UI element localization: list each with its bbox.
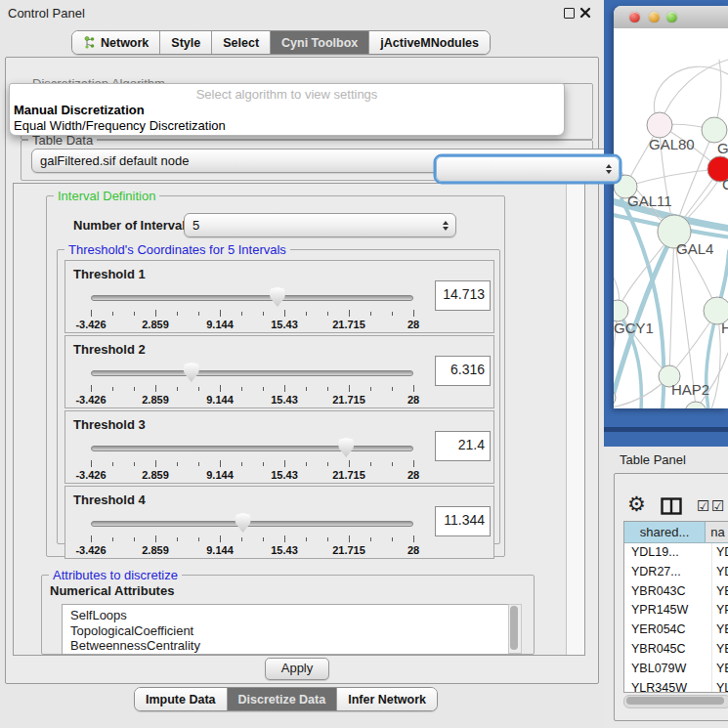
threshold-value-field[interactable]: 11.344 <box>435 506 491 536</box>
tick-mark <box>349 385 350 392</box>
minimize-traffic-light-icon[interactable] <box>649 12 660 22</box>
tick-label: 2.859 <box>142 469 169 481</box>
column-header-shared-name[interactable]: shared... <box>624 522 706 542</box>
slider-thumb[interactable] <box>338 438 355 457</box>
tab-jactivemnodules[interactable]: jActiveMNodules <box>369 31 490 54</box>
tick-mark <box>370 387 371 391</box>
slider-tick-labels: -3.4262.8599.14415.4321.71528 <box>91 469 413 481</box>
tick-mark <box>241 462 242 466</box>
tick-mark <box>263 387 264 391</box>
float-window-icon[interactable] <box>564 8 575 19</box>
cell-shared-name[interactable]: YBR043C <box>624 582 712 602</box>
threshold-slider[interactable]: -3.4262.8599.14415.4321.71528 <box>91 512 413 557</box>
cell-shared-name[interactable]: YBR045C <box>624 640 712 660</box>
cell-name[interactable]: YPR1 <box>712 601 728 621</box>
algorithm-combobox[interactable] <box>436 156 620 182</box>
column-header-name[interactable]: na <box>706 522 728 542</box>
table-row[interactable]: YBL079WYBL0 <box>624 660 728 679</box>
cell-name[interactable]: YER0 <box>712 621 728 640</box>
tick-mark <box>349 460 350 467</box>
cell-name[interactable]: YDR2 <box>712 563 728 582</box>
network-canvas[interactable]: GAL80GACGAL11GAL4GCY1HHAP2 <box>614 28 728 408</box>
table-row[interactable]: YBR045CYBR0 <box>624 640 728 660</box>
threshold-slider[interactable]: -3.4262.8599.14415.4321.71528 <box>91 362 413 407</box>
threshold-slider[interactable]: -3.4262.8599.14415.4321.71528 <box>91 286 413 331</box>
scrollbar-thumb[interactable] <box>510 606 518 650</box>
slider-track[interactable] <box>91 446 413 451</box>
checkbox-icon[interactable]: ☑ <box>697 498 709 513</box>
slider-track[interactable] <box>91 295 413 301</box>
num-intervals-combobox[interactable]: 5 <box>184 213 456 237</box>
slider-thumb[interactable] <box>235 513 251 533</box>
network-node[interactable] <box>614 300 628 321</box>
slider-track[interactable] <box>91 521 413 527</box>
zoom-traffic-light-icon[interactable] <box>666 12 677 22</box>
dropdown-option-equal-width[interactable]: Equal Width/Frequency Discretization <box>14 118 226 133</box>
table-row[interactable]: YER054CYER0 <box>624 621 728 640</box>
attribute-list-item[interactable]: SelfLoops <box>70 608 514 623</box>
cell-name[interactable]: YLR3 <box>712 679 728 693</box>
tab-network[interactable]: Network <box>72 31 160 54</box>
tab-cyni-toolbox[interactable]: Cyni Toolbox <box>271 31 369 54</box>
network-edge[interactable] <box>625 169 720 187</box>
tab-style[interactable]: Style <box>160 31 212 54</box>
num-intervals-value: 5 <box>193 218 199 233</box>
slider-track[interactable] <box>91 370 413 376</box>
tick-label: 21.715 <box>332 469 365 481</box>
cell-shared-name[interactable]: YLR345W <box>624 679 712 693</box>
network-view-window[interactable]: GAL80GACGAL11GAL4GCY1HHAP2 <box>614 6 728 408</box>
network-graph[interactable]: GAL80GACGAL11GAL4GCY1HHAP2 <box>614 28 728 408</box>
tab-discretize-data[interactable]: Discretize Data <box>228 688 338 710</box>
gear-icon[interactable]: ⚙ <box>627 493 646 514</box>
table-row[interactable]: YBR043CYBR0 <box>624 582 728 602</box>
attribute-list-item[interactable]: TopologicalCoefficient <box>70 623 514 639</box>
tick-label: 21.715 <box>332 394 365 406</box>
tick-label: 28 <box>407 319 419 330</box>
cell-shared-name[interactable]: YDR27... <box>624 563 712 582</box>
network-window-titlebar[interactable] <box>614 6 728 29</box>
tab-impute-data[interactable]: Impute Data <box>135 688 228 710</box>
tab-select[interactable]: Select <box>212 31 271 54</box>
algorithm-dropdown-popup: Select algorithm to view settings Manual… <box>9 83 565 136</box>
cell-name[interactable]: YBR0 <box>712 640 728 660</box>
node-table[interactable]: shared... na YDL19...YDL1YDR27...YDR2YBR… <box>623 521 728 693</box>
split-columns-icon[interactable] <box>661 497 682 515</box>
settings-scrollbar[interactable] <box>566 184 585 655</box>
dropdown-option-manual[interactable]: Manual Discretization <box>14 103 145 117</box>
slider-thumb[interactable] <box>183 363 199 382</box>
attribute-list-item[interactable]: BetweennessCentrality <box>70 638 514 654</box>
table-row[interactable]: YPR145WYPR1 <box>624 601 728 621</box>
cell-shared-name[interactable]: YBL079W <box>624 660 712 679</box>
cell-name[interactable]: YBR0 <box>712 582 728 602</box>
cell-name[interactable]: YBL0 <box>712 660 728 679</box>
tick-mark <box>155 385 156 392</box>
tick-mark <box>220 310 221 317</box>
network-node[interactable] <box>685 402 707 408</box>
cell-shared-name[interactable]: YER054C <box>624 621 712 640</box>
table-row[interactable]: YDL19...YDL1 <box>624 543 728 563</box>
threshold-value-field[interactable]: 21.4 <box>435 431 491 461</box>
checkbox-icon[interactable]: ☑ <box>711 498 724 513</box>
attributes-list-scrollbar[interactable] <box>508 604 522 654</box>
cell-name[interactable]: YDL1 <box>712 543 728 563</box>
cell-shared-name[interactable]: YPR145W <box>624 601 712 621</box>
close-traffic-light-icon[interactable] <box>629 12 640 22</box>
threshold-value-field[interactable]: 6.316 <box>435 356 491 386</box>
numerical-attributes-list[interactable]: SelfLoopsTopologicalCoefficientBetweenne… <box>62 604 515 655</box>
table-horizontal-scrollbar[interactable] <box>623 695 728 708</box>
tick-label: -3.426 <box>75 544 106 556</box>
threshold-value-field[interactable]: 14.713 <box>435 280 491 311</box>
apply-button[interactable]: Apply <box>265 658 329 680</box>
close-icon[interactable] <box>579 7 591 19</box>
threshold-slider[interactable]: -3.4262.8599.14415.4321.71528 <box>91 437 413 482</box>
scrollbar-thumb[interactable] <box>626 697 724 705</box>
tab-infer-network[interactable]: Infer Network <box>337 688 437 710</box>
node-label: C <box>722 176 728 193</box>
cell-shared-name[interactable]: YDL19... <box>624 543 712 563</box>
network-node[interactable] <box>647 112 672 138</box>
network-edge[interactable] <box>669 232 674 376</box>
tick-mark <box>284 385 285 392</box>
slider-thumb[interactable] <box>269 287 285 307</box>
table-row[interactable]: YDR27...YDR2 <box>624 563 728 582</box>
table-row[interactable]: YLR345WYLR3 <box>624 679 728 693</box>
